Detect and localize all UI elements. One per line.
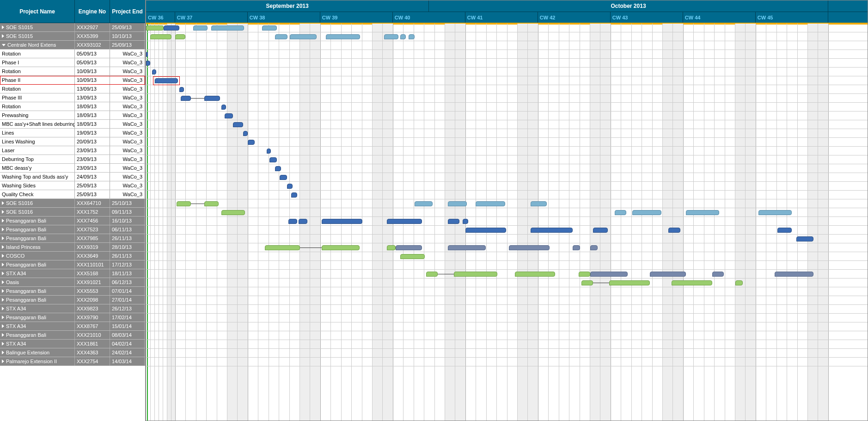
task-row[interactable]: Phase III13/09/13WaCo_3 (0, 93, 145, 102)
collapsed-icon[interactable] (2, 236, 4, 240)
gantt-bar[interactable] (448, 219, 459, 224)
task-row[interactable]: Quality Check25/09/13WaCo_3 (0, 190, 145, 199)
gantt-bar[interactable] (775, 272, 814, 277)
gantt-bar[interactable] (668, 228, 680, 233)
col-header-name[interactable]: Project Name (0, 0, 75, 23)
project-row[interactable]: COSCOXXX364926/11/13 (0, 252, 145, 260)
project-row[interactable]: Pesanggaran BaliXXX979017/02/14 (0, 313, 145, 322)
collapsed-icon[interactable] (2, 298, 4, 302)
gantt-bar[interactable] (322, 245, 360, 250)
gantt-bar[interactable] (291, 192, 297, 198)
gantt-bar[interactable] (265, 245, 300, 250)
gantt-bar[interactable] (221, 105, 226, 110)
gantt-bar[interactable] (181, 96, 191, 101)
project-row[interactable]: STX A34XXX876715/01/14 (0, 322, 145, 331)
task-row[interactable]: Rotation05/09/13WaCo_3 (0, 50, 145, 58)
collapsed-icon[interactable] (2, 245, 4, 249)
project-row[interactable]: SOE S1016XXX175209/11/13 (0, 208, 145, 217)
collapsed-icon[interactable] (2, 307, 4, 310)
gantt-bar[interactable] (326, 34, 360, 39)
gantt-bar[interactable] (193, 25, 208, 31)
project-row[interactable]: Pesanggaran BaliXXX752306/11/13 (0, 225, 145, 234)
gantt-bar[interactable] (712, 272, 724, 277)
gantt-bar[interactable] (150, 34, 171, 39)
task-row[interactable]: Deburring Top23/09/13WaCo_3 (0, 155, 145, 164)
gantt-bar[interactable] (243, 131, 247, 136)
collapsed-icon[interactable] (2, 280, 4, 284)
project-row[interactable]: Pesanggaran BaliXXX745616/10/13 (0, 217, 145, 225)
gantt-bar[interactable] (796, 236, 814, 241)
gantt-bar[interactable] (581, 280, 593, 285)
gantt-bar[interactable] (396, 245, 422, 250)
project-row[interactable]: Pesanggaran BaliXXX798526/11/13 (0, 234, 145, 243)
task-row[interactable]: MBC ass'y+Shaft lines deburring18/09/13W… (0, 120, 145, 129)
gantt-bar[interactable] (146, 52, 148, 57)
gantt-bar[interactable] (531, 201, 547, 206)
task-row[interactable]: MBC deass'y23/09/13WaCo_3 (0, 164, 145, 173)
gantt-bar[interactable] (593, 228, 607, 233)
gantt-bar[interactable] (299, 219, 307, 224)
gantt-bar[interactable] (463, 219, 469, 224)
gantt-bar[interactable] (267, 149, 271, 154)
task-row[interactable]: Rotation18/09/13WaCo_3 (0, 102, 145, 111)
gantt-bar[interactable] (531, 228, 573, 233)
gantt-bar[interactable] (672, 280, 712, 285)
project-row[interactable]: STX A34XXX516818/11/13 (0, 269, 145, 278)
gantt-bar[interactable] (632, 210, 661, 215)
gantt-bar[interactable] (590, 272, 628, 277)
project-row[interactable]: Pesanggaran BaliXXX11010117/12/13 (0, 260, 145, 269)
gantt-bar[interactable] (415, 201, 433, 206)
project-row[interactable]: SOE S1016XXX6471025/10/13 (0, 199, 145, 208)
gantt-bar[interactable] (590, 245, 598, 250)
gantt-bar[interactable] (225, 113, 233, 118)
collapsed-icon[interactable] (2, 333, 4, 337)
collapsed-icon[interactable] (2, 210, 4, 214)
project-row[interactable]: SOE S1015XXX539910/10/13 (0, 32, 145, 41)
project-row[interactable]: Palmarejo Extension IIXXX275414/03/14 (0, 357, 145, 366)
gantt-bar[interactable] (476, 201, 505, 206)
task-row[interactable]: Lines19/09/13WaCo_3 (0, 129, 145, 137)
collapsed-icon[interactable] (2, 254, 4, 258)
collapsed-icon[interactable] (2, 219, 4, 223)
collapsed-icon[interactable] (2, 359, 4, 363)
collapsed-icon[interactable] (2, 34, 4, 38)
col-header-engine[interactable]: Engine No (75, 0, 110, 23)
gantt-bar[interactable] (322, 219, 362, 224)
task-row[interactable]: Washing Top and Studs ass'y24/09/13WaCo_… (0, 173, 145, 181)
gantt-bar[interactable] (448, 245, 486, 250)
gantt-bar[interactable] (579, 272, 590, 277)
collapsed-icon[interactable] (2, 316, 4, 319)
project-row[interactable]: Island PrincessXXX931928/10/13 (0, 243, 145, 252)
gantt-bar[interactable] (164, 25, 180, 31)
collapsed-icon[interactable] (2, 324, 4, 328)
gantt-bar[interactable] (204, 201, 219, 206)
gantt-bar[interactable] (758, 210, 792, 215)
gantt-bar[interactable] (179, 87, 183, 92)
gantt-bar[interactable] (233, 122, 243, 127)
gantt-bar[interactable] (400, 34, 406, 39)
gantt-bar[interactable] (686, 210, 719, 215)
project-row[interactable]: Pesanggaran BaliXXX555307/01/14 (0, 287, 145, 296)
gantt-bar[interactable] (177, 201, 191, 206)
gantt-bar[interactable] (275, 166, 281, 171)
gantt-bar[interactable] (146, 61, 150, 66)
task-row[interactable]: Laser23/09/13WaCo_3 (0, 146, 145, 155)
gantt-bar[interactable] (387, 219, 422, 224)
task-row[interactable]: Rotation13/09/13WaCo_3 (0, 85, 145, 93)
gantt-bar[interactable] (735, 280, 743, 285)
gantt-bar[interactable] (650, 272, 686, 277)
project-row[interactable]: OasisXXX9102106/12/13 (0, 278, 145, 287)
project-row[interactable]: STX A34XXX982326/12/13 (0, 304, 145, 313)
task-row[interactable]: Phase I05/09/13WaCo_3 (0, 58, 145, 67)
task-row[interactable]: Washing Sides25/09/13WaCo_3 (0, 181, 145, 190)
gantt-bar[interactable] (515, 272, 556, 277)
gantt-bar[interactable] (211, 25, 244, 31)
gantt-bar[interactable] (409, 34, 415, 39)
gantt-bar[interactable] (248, 140, 255, 145)
gantt-bar[interactable] (146, 25, 164, 31)
gantt-bar[interactable] (777, 228, 792, 233)
gantt-bar[interactable] (287, 184, 293, 189)
gantt-bar[interactable] (152, 69, 156, 74)
gantt-bar[interactable] (400, 254, 425, 259)
collapsed-icon[interactable] (2, 263, 4, 266)
